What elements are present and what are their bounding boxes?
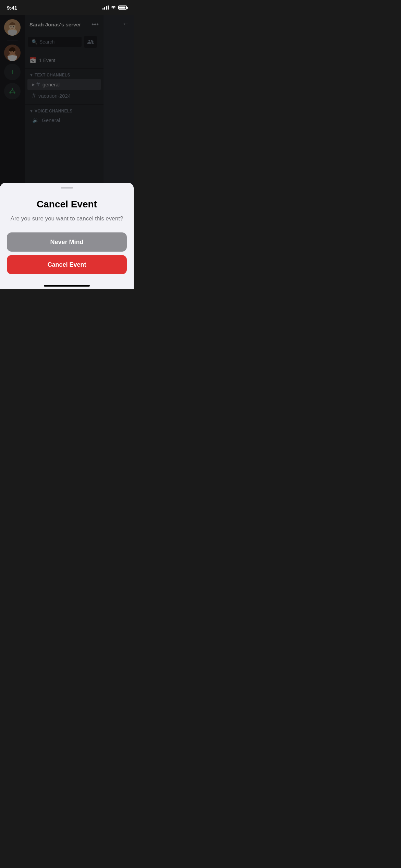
status-time: 9:41	[7, 5, 17, 11]
dialog-message: Are you sure you want to cancel this eve…	[7, 215, 127, 223]
wifi-icon	[111, 5, 116, 10]
home-indicator	[44, 285, 90, 287]
status-bar: 9:41	[0, 0, 134, 15]
signal-icon	[102, 5, 109, 10]
battery-icon	[118, 5, 127, 10]
status-icons	[102, 5, 127, 10]
never-mind-button[interactable]: Never Mind	[7, 232, 127, 252]
bottom-sheet: Cancel Event Are you sure you want to ca…	[0, 183, 134, 289]
dialog-title: Cancel Event	[7, 199, 127, 210]
cancel-event-button[interactable]: Cancel Event	[7, 255, 127, 274]
sheet-handle	[61, 187, 73, 189]
